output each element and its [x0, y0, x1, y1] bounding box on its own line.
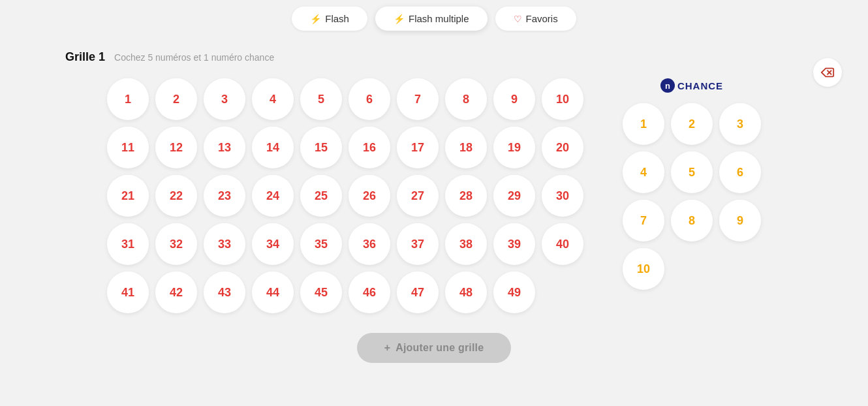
flash-multiple-icon: ⚡ — [394, 14, 405, 24]
number-button-13[interactable]: 13 — [204, 127, 245, 168]
add-grid-label: Ajouter une grille — [395, 342, 484, 354]
chance-button-10[interactable]: 10 — [623, 248, 664, 290]
number-button-8[interactable]: 8 — [445, 78, 487, 120]
number-button-2[interactable]: 2 — [155, 78, 197, 120]
number-button-4[interactable]: 4 — [252, 78, 294, 120]
chance-button-8[interactable]: 8 — [671, 200, 713, 242]
add-grid-wrapper: + Ajouter une grille — [26, 333, 842, 363]
number-button-42[interactable]: 42 — [155, 272, 197, 313]
number-button-20[interactable]: 20 — [542, 127, 583, 168]
grid-header: Grille 1 Cochez 5 numéros et 1 numéro ch… — [65, 50, 842, 64]
number-button-16[interactable]: 16 — [349, 127, 390, 168]
grid-subtitle: Cochez 5 numéros et 1 numéro chance — [114, 52, 274, 63]
tab-favoris[interactable]: ♡ Favoris — [495, 7, 576, 31]
erase-button[interactable] — [813, 58, 842, 87]
number-button-49[interactable]: 49 — [493, 272, 535, 313]
chance-logo-text: CHANCE — [677, 80, 723, 91]
number-button-34[interactable]: 34 — [252, 223, 294, 265]
number-grid: 1234567891011121314151617181920212223242… — [107, 78, 583, 313]
number-button-12[interactable]: 12 — [155, 127, 197, 168]
number-button-6[interactable]: 6 — [349, 78, 390, 120]
number-button-31[interactable]: 31 — [107, 223, 149, 265]
main-content: Grille 1 Cochez 5 numéros et 1 numéro ch… — [0, 50, 868, 363]
number-button-14[interactable]: 14 — [252, 127, 294, 168]
number-button-44[interactable]: 44 — [252, 272, 294, 313]
chance-button-2[interactable]: 2 — [671, 103, 713, 145]
chance-logo: n CHANCE — [660, 78, 723, 93]
number-button-1[interactable]: 1 — [107, 78, 149, 120]
chance-button-9[interactable]: 9 — [719, 200, 761, 242]
chance-logo-letter: n — [660, 78, 675, 93]
number-button-25[interactable]: 25 — [300, 175, 342, 217]
grid-title: Grille 1 — [65, 50, 105, 64]
top-tabs: ⚡ Flash ⚡ Flash multiple ♡ Favoris — [0, 0, 868, 39]
add-grid-plus: + — [384, 342, 391, 354]
grids-wrapper: 1234567891011121314151617181920212223242… — [26, 78, 842, 313]
number-button-11[interactable]: 11 — [107, 127, 149, 168]
tab-flash[interactable]: ⚡ Flash — [292, 7, 367, 31]
tab-favoris-label: Favoris — [526, 13, 558, 24]
number-button-23[interactable]: 23 — [204, 175, 245, 217]
number-button-35[interactable]: 35 — [300, 223, 342, 265]
number-button-38[interactable]: 38 — [445, 223, 487, 265]
chance-button-6[interactable]: 6 — [719, 151, 761, 193]
number-button-9[interactable]: 9 — [493, 78, 535, 120]
tab-flash-label: Flash — [325, 13, 349, 24]
number-button-28[interactable]: 28 — [445, 175, 487, 217]
number-button-43[interactable]: 43 — [204, 272, 245, 313]
chance-button-3[interactable]: 3 — [719, 103, 761, 145]
number-button-24[interactable]: 24 — [252, 175, 294, 217]
number-button-32[interactable]: 32 — [155, 223, 197, 265]
number-button-26[interactable]: 26 — [349, 175, 390, 217]
number-button-47[interactable]: 47 — [397, 272, 439, 313]
number-button-7[interactable]: 7 — [397, 78, 439, 120]
number-button-40[interactable]: 40 — [542, 223, 583, 265]
number-button-17[interactable]: 17 — [397, 127, 439, 168]
chance-grid: 12345678910 — [623, 103, 761, 290]
number-button-3[interactable]: 3 — [204, 78, 245, 120]
number-button-30[interactable]: 30 — [542, 175, 583, 217]
chance-section: n CHANCE 12345678910 — [623, 78, 761, 313]
heart-icon: ♡ — [514, 14, 522, 24]
number-button-19[interactable]: 19 — [493, 127, 535, 168]
chance-button-4[interactable]: 4 — [623, 151, 664, 193]
tab-flash-multiple[interactable]: ⚡ Flash multiple — [375, 7, 488, 31]
chance-button-5[interactable]: 5 — [671, 151, 713, 193]
add-grid-button[interactable]: + Ajouter une grille — [357, 333, 512, 363]
number-button-48[interactable]: 48 — [445, 272, 487, 313]
tab-flash-multiple-label: Flash multiple — [409, 13, 469, 24]
number-button-5[interactable]: 5 — [300, 78, 342, 120]
number-button-22[interactable]: 22 — [155, 175, 197, 217]
flash-icon: ⚡ — [310, 14, 321, 24]
number-button-37[interactable]: 37 — [397, 223, 439, 265]
number-button-41[interactable]: 41 — [107, 272, 149, 313]
number-button-10[interactable]: 10 — [542, 78, 583, 120]
number-button-29[interactable]: 29 — [493, 175, 535, 217]
number-button-46[interactable]: 46 — [349, 272, 390, 313]
number-button-27[interactable]: 27 — [397, 175, 439, 217]
number-button-36[interactable]: 36 — [349, 223, 390, 265]
number-button-15[interactable]: 15 — [300, 127, 342, 168]
chance-button-7[interactable]: 7 — [623, 200, 664, 242]
number-button-18[interactable]: 18 — [445, 127, 487, 168]
chance-button-1[interactable]: 1 — [623, 103, 664, 145]
number-button-45[interactable]: 45 — [300, 272, 342, 313]
number-button-33[interactable]: 33 — [204, 223, 245, 265]
number-button-21[interactable]: 21 — [107, 175, 149, 217]
number-button-39[interactable]: 39 — [493, 223, 535, 265]
